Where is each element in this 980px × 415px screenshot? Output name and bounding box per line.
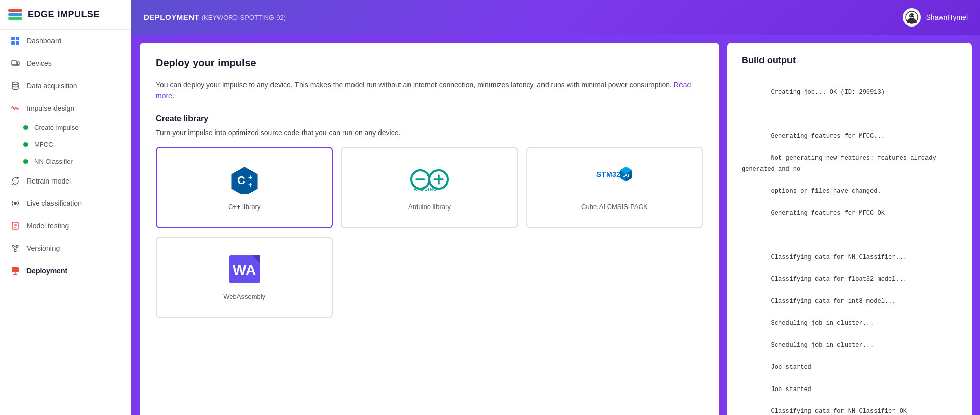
impulse-icon	[10, 103, 20, 113]
svg-text:STM32: STM32	[596, 170, 621, 178]
content-area: Deploy your impulse You can deploy your …	[131, 35, 980, 415]
cubeai-icon: STM32 .AI	[594, 164, 635, 195]
create-library-title: Create library	[156, 114, 703, 123]
svg-line-17	[14, 247, 15, 250]
impulse-design-label: Impulse design	[26, 104, 74, 112]
svg-point-22	[910, 15, 911, 16]
sidebar-item-nn-classifier[interactable]: NN Classifier	[0, 153, 131, 170]
page-subtitle: (KEYWORD-SPOTTING-02)	[202, 14, 286, 21]
live-classification-label: Live classification	[26, 199, 82, 208]
data-icon	[10, 81, 20, 91]
logo-icon	[8, 9, 22, 20]
svg-point-15	[14, 250, 16, 252]
library-cards-row1: C + + C++ library	[156, 147, 703, 228]
cubeai-library-card[interactable]: STM32 .AI	[526, 147, 703, 228]
cpp-icon: C + +	[224, 164, 265, 195]
logo-bar-red	[8, 9, 22, 12]
build-log-content: Creating job... OK (ID: 296913) Generati…	[742, 76, 958, 415]
dashboard-icon	[10, 36, 20, 46]
svg-rect-19	[12, 267, 19, 272]
nn-classifier-dot	[23, 159, 28, 164]
svg-rect-5	[17, 62, 19, 65]
svg-text:ARDUINO: ARDUINO	[414, 187, 438, 192]
devices-label: Devices	[26, 59, 52, 67]
retrain-icon	[10, 176, 20, 186]
sidebar-item-impulse-design[interactable]: Impulse design	[0, 97, 131, 119]
cpp-library-card[interactable]: C + + C++ library	[156, 147, 333, 228]
testing-icon	[10, 221, 20, 231]
log-line-3: Not generating new features: features al…	[742, 154, 940, 173]
svg-line-18	[16, 247, 17, 250]
svg-rect-4	[12, 61, 17, 65]
user-menu[interactable]: ShawnHymel	[903, 8, 968, 27]
deployment-label: Deployment	[26, 267, 67, 275]
arduino-library-card[interactable]: ARDUINO Arduino library	[341, 147, 518, 228]
main-area: DEPLOYMENT (KEYWORD-SPOTTING-02) ShawnHy…	[131, 0, 980, 415]
live-icon	[10, 198, 20, 209]
svg-rect-0	[11, 37, 15, 40]
arduino-icon: ARDUINO	[409, 164, 450, 195]
svg-text:WA: WA	[233, 262, 256, 278]
cubeai-label: Cube.AI CMSIS-PACK	[581, 203, 648, 211]
data-acquisition-label: Data acquisition	[26, 82, 77, 90]
sidebar-item-deployment[interactable]: Deployment	[0, 260, 131, 282]
mfcc-dot	[23, 142, 28, 147]
sidebar-item-create-impulse[interactable]: Create impulse	[0, 119, 131, 136]
cpp-label: C++ library	[228, 203, 261, 211]
deployment-icon	[10, 266, 20, 276]
svg-rect-2	[11, 41, 15, 45]
log-line-12: Job started	[771, 386, 811, 393]
log-line-2: Generating features for MFCC...	[771, 133, 885, 140]
arduino-label: Arduino library	[408, 203, 451, 211]
versioning-label: Versioning	[26, 244, 60, 252]
page-title: DEPLOYMENT	[144, 13, 199, 21]
dashboard-label: Dashboard	[26, 37, 62, 45]
sidebar-item-versioning[interactable]: Versioning	[0, 237, 131, 260]
webassembly-icon: WA	[224, 254, 265, 284]
svg-text:+: +	[248, 180, 252, 189]
nn-classifier-label: NN Classifier	[34, 158, 73, 165]
sidebar-item-retrain-model[interactable]: Retrain model	[0, 170, 131, 192]
log-line-1: Creating job... OK (ID: 296913)	[771, 89, 885, 96]
log-line-5: Generating features for MFCC OK	[771, 210, 885, 217]
webassembly-library-card[interactable]: WA WebAssembly	[156, 237, 333, 318]
header-title-area: DEPLOYMENT (KEYWORD-SPOTTING-02)	[144, 13, 286, 22]
log-line-6: Classifying data for NN Classifier...	[771, 254, 907, 261]
log-line-9: Scheduling job in cluster...	[771, 320, 874, 327]
mfcc-label: MFCC	[34, 141, 53, 148]
svg-rect-1	[16, 37, 19, 40]
logo-area: EDGE IMPULSE	[0, 0, 131, 30]
deploy-description: You can deploy your impulse to any devic…	[156, 79, 703, 102]
create-impulse-label: Create impulse	[34, 124, 78, 132]
svg-point-7	[12, 82, 18, 85]
log-line-10: Scheduling job in cluster...	[771, 342, 874, 349]
logo-bar-blue	[8, 13, 22, 16]
library-cards-row2: WA WebAssembly	[156, 237, 703, 318]
svg-point-23	[913, 15, 914, 16]
svg-text:.AI: .AI	[623, 173, 629, 178]
create-library-desc: Turn your impulse into optimized source …	[156, 128, 703, 137]
svg-point-8	[14, 202, 17, 205]
sidebar-item-mfcc[interactable]: MFCC	[0, 136, 131, 153]
svg-point-14	[16, 245, 18, 247]
model-testing-label: Model testing	[26, 222, 69, 230]
deploy-title: Deploy your impulse	[156, 57, 703, 69]
build-output-panel: Build output Creating job... OK (ID: 296…	[727, 43, 972, 415]
logo-bar-green	[8, 17, 22, 20]
sidebar-item-data-acquisition[interactable]: Data acquisition	[0, 74, 131, 97]
log-line-4: options or files have changed.	[771, 188, 881, 195]
webassembly-label: WebAssembly	[223, 293, 265, 300]
versioning-icon	[10, 243, 20, 253]
create-impulse-dot	[23, 125, 28, 130]
sidebar-item-model-testing[interactable]: Model testing	[0, 215, 131, 237]
logo-title: EDGE IMPULSE	[28, 9, 100, 20]
header: DEPLOYMENT (KEYWORD-SPOTTING-02) ShawnHy…	[131, 0, 980, 35]
avatar	[903, 8, 921, 27]
sidebar-item-live-classification[interactable]: Live classification	[0, 192, 131, 215]
devices-icon	[10, 58, 20, 68]
username: ShawnHymel	[926, 13, 968, 21]
build-output-title: Build output	[742, 55, 958, 66]
sidebar-item-devices[interactable]: Devices	[0, 52, 131, 74]
sidebar-item-dashboard[interactable]: Dashboard	[0, 30, 131, 52]
log-line-8: Classifying data for int8 model...	[771, 298, 896, 305]
